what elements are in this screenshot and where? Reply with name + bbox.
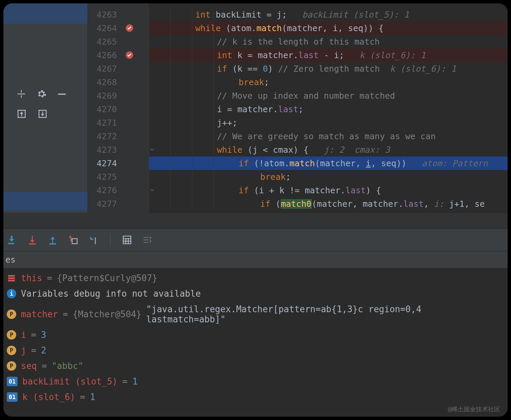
split-vertical-icon[interactable] [16,89,26,99]
svg-rect-0 [58,94,66,95]
gutter-line[interactable]: 4270 [88,102,149,116]
variable-row[interactable]: 01backLimit (slot_5) = 1 [7,375,504,388]
gutter-line[interactable]: 4267 [88,62,149,75]
code-line[interactable]: // We are greedy so match as many as we … [149,129,508,143]
code-line[interactable]: i = matcher.last; [149,102,508,116]
line-number: 4269 [97,91,117,101]
token-hint: k (slot_6): 1 [360,50,426,60]
indent-guide [192,156,192,170]
indent-guide [149,102,149,116]
token-hint: k (slot_6): 1 [390,64,456,74]
equals-sign: = [42,361,47,371]
step-out-icon[interactable] [48,235,58,245]
indent-guide [214,48,214,62]
indent-guide [192,35,192,48]
editor-split: 4263426442654266426742684269427042714272… [3,3,508,213]
line-number: 4268 [97,77,117,87]
code-line[interactable]: // k is the length of this match [149,35,508,48]
frames-selection-bottom[interactable] [3,192,88,211]
indent-guide [170,35,171,48]
variable-name: this [21,273,42,283]
variable-row[interactable]: Pmatcher = {Matcher@504} "java.util.rege… [7,303,504,326]
code-line[interactable]: if (k == 0) // Zero length match k (slot… [149,62,508,75]
token-cmt: // We are greedy so match as many as we … [217,131,436,141]
svg-rect-8 [8,277,15,279]
code-line[interactable]: while (j < cmax) { j: 2 cmax: 3 [149,143,508,156]
gutter-line[interactable]: 4275 [88,170,149,183]
variable-row[interactable]: 01k (slot_6) = 1 [7,391,504,403]
variable-kind-icon: P [7,310,16,319]
token-pun: ) [268,64,278,74]
variable-row[interactable]: Pseq = "abbc" [7,360,504,372]
gutter-line[interactable]: 4264 [88,21,149,35]
token-pun: (! [249,158,264,168]
indent-guide [214,170,214,183]
minimize-icon[interactable] [57,89,67,99]
token-id: j+1 [449,199,464,209]
token-id: cmax [273,145,293,155]
token-id: i [217,104,222,114]
code-line[interactable]: int backLimit = j; backLimit (slot_5): 1 [149,8,508,21]
breakpoint-icon[interactable] [125,51,134,59]
token-pun: ( [221,23,231,33]
run-to-cursor-icon[interactable] [89,235,99,245]
code-line[interactable]: if (i + k != matcher.last) { [149,183,508,197]
variable-name: j [21,345,26,355]
variable-row[interactable]: Pj = 2 [7,344,504,357]
code-line[interactable]: if (!atom.match(matcher, i, seq)) atom: … [149,156,508,170]
variable-row[interactable]: Pi = 3 [7,328,504,341]
download-frame-icon[interactable] [37,108,48,119]
code-line[interactable]: break; [149,170,508,183]
indent-guide [214,35,214,48]
code-line[interactable]: // Move up index and number matched [149,89,508,102]
gutter-line[interactable]: 4265 [88,35,149,48]
token-pun: ++; [222,118,237,128]
gutter-line[interactable]: 4272 [88,129,149,143]
trace-icon[interactable] [142,235,152,245]
breakpoint-icon[interactable] [125,24,134,32]
indent-guide [170,89,171,102]
gear-icon[interactable] [36,89,47,99]
code-line[interactable]: if (match0(matcher, matcher.last, i: j+1… [149,197,508,211]
gutter-line[interactable]: 4274 [88,156,149,170]
token-id: matcher [317,199,352,209]
variable-row[interactable]: iVariables debug info not available [7,287,504,300]
token-cmt: // Move up index and number matched [217,91,395,101]
drop-frame-icon[interactable] [68,235,78,245]
indent-guide [192,129,192,143]
gutter-line[interactable]: 4276 [88,183,149,197]
gutter-line[interactable]: 4263 [88,8,149,21]
step-over-icon[interactable] [7,235,18,245]
token-cmt: // k is the length of this match [217,37,380,47]
gutter-line[interactable]: 4277 [88,197,149,211]
indent-guide [192,183,192,197]
token-id: matcher [237,104,273,114]
gutter-line[interactable]: 4273 [88,143,149,156]
token-pun: . [398,199,403,209]
evaluate-expression-icon[interactable] [122,235,132,245]
upload-frame-icon[interactable] [16,108,27,119]
code-line[interactable]: int k = matcher.last - i; k (slot_6): 1 [149,48,508,62]
gutter-line[interactable]: 4269 [88,89,149,102]
token-pun: ( [227,64,237,74]
variables-tab-header[interactable]: es [3,251,508,268]
frames-selection-top[interactable] [3,3,88,24]
step-into-icon[interactable] [28,235,38,245]
token-pun: = [262,10,277,20]
token-typ: int [195,10,211,20]
variables-body[interactable]: this = {Pattern$Curly@507}iVariables deb… [3,268,508,417]
code-editor[interactable]: 4263426442654266426742684269427042714272… [88,3,508,213]
code-line[interactable]: while (atom.match(matcher, i, seq)) { [149,21,508,35]
gutter-line[interactable]: 4271 [88,116,149,129]
token-pun: ( [315,158,320,168]
gutter[interactable]: 4263426442654266426742684269427042714272… [88,3,149,213]
gutter-line[interactable]: 4268 [88,75,149,89]
gutter-line[interactable]: 4266 [88,48,149,62]
token-pun: , [322,23,333,33]
panel-splitter[interactable] [3,213,508,228]
variable-row[interactable]: this = {Pattern$Curly@507} [7,272,504,285]
code-line[interactable]: break; [149,75,508,89]
code-body[interactable]: int backLimit = j; backLimit (slot_5): 1… [149,3,508,213]
svg-rect-5 [49,243,56,245]
code-line[interactable]: j++; [149,116,508,129]
